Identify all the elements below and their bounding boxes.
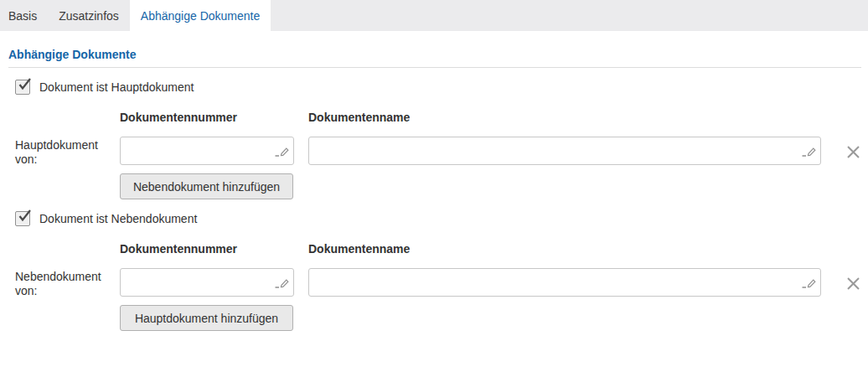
tab-basis[interactable]: Basis: [0, 0, 48, 31]
column-header-dokumentenname: Dokumentenname: [308, 242, 838, 256]
remove-row-button[interactable]: [845, 275, 862, 292]
group-nebendokument: Dokument ist Nebendokument Dokumentennum…: [8, 211, 861, 331]
checkbox-label: Dokument ist Nebendokument: [39, 212, 197, 225]
tab-panel-abhaengige-dokumente: Abhängige Dokumente Dokument ist Hauptdo…: [0, 48, 868, 331]
remove-row-button[interactable]: [845, 143, 862, 161]
pencil-icon: [275, 147, 289, 158]
add-nebendokument-button[interactable]: Nebendokument hinzufügen: [120, 173, 293, 199]
tab-zusatzinfos[interactable]: Zusatzinfos: [48, 0, 130, 31]
pencil-icon: [275, 278, 289, 289]
hauptdokument-checkbox[interactable]: [15, 80, 30, 95]
tab-abhaengige-dokumente[interactable]: Abhängige Dokumente: [130, 0, 271, 31]
column-header-dokumentenname: Dokumentenname: [308, 111, 838, 124]
pencil-icon: [802, 278, 816, 289]
page-title: Abhängige Dokumente: [8, 48, 861, 61]
checkmark-icon: [17, 209, 32, 224]
close-icon: [846, 276, 860, 291]
dokumentenname-input[interactable]: [308, 268, 821, 297]
group-hauptdokument: Dokument ist Hauptdokument Dokumentennum…: [8, 80, 861, 199]
column-header-dokumentennummer: Dokumentennummer: [120, 111, 308, 124]
dokumentennummer-input[interactable]: [120, 268, 294, 297]
column-header-dokumentennummer: Dokumentennummer: [120, 242, 308, 256]
row-label: Hauptdokument von:: [15, 137, 120, 167]
close-icon: [846, 145, 860, 159]
checkbox-label: Dokument ist Hauptdokument: [39, 80, 194, 94]
divider: [8, 67, 861, 68]
dokumentennummer-input[interactable]: [120, 137, 294, 165]
add-hauptdokument-button[interactable]: Hauptdokument hinzufügen: [120, 305, 293, 331]
tab-bar: Basis Zusatzinfos Abhängige Dokumente: [0, 0, 868, 31]
checkmark-icon: [17, 77, 32, 92]
dokumentenname-input[interactable]: [308, 137, 821, 165]
row-label: Nebendokument von:: [15, 268, 120, 298]
nebendokument-checkbox[interactable]: [15, 211, 30, 226]
pencil-icon: [802, 147, 816, 158]
